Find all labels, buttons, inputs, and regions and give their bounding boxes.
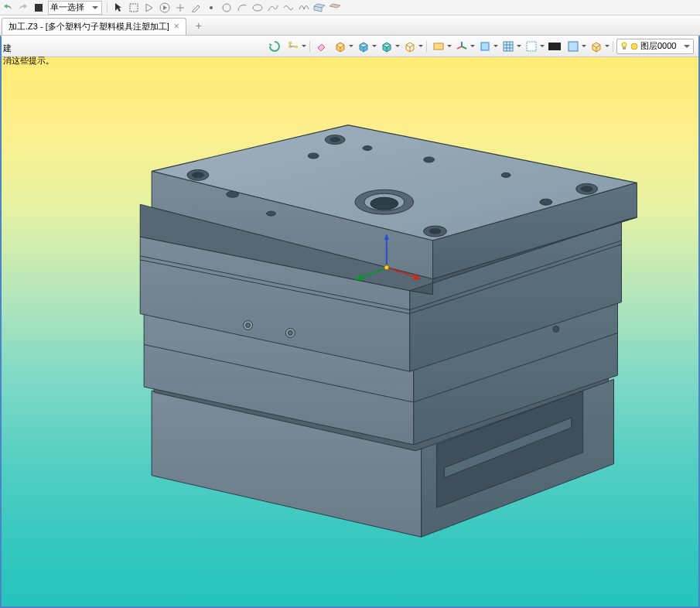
tab-bar: 加工.Z3 - [多个塑料勺子塑料模具注塑加工] × + — [0, 15, 700, 36]
surface-icon[interactable] — [313, 2, 326, 14]
add-tab-button[interactable]: + — [193, 19, 205, 32]
svg-point-39 — [501, 172, 510, 177]
square-select-icon[interactable] — [128, 2, 140, 14]
redo-icon[interactable] — [17, 2, 29, 14]
svg-point-19 — [246, 323, 251, 327]
wave-tool-icon[interactable] — [298, 2, 310, 14]
svg-point-3 — [210, 6, 213, 9]
svg-point-37 — [424, 157, 435, 162]
svg-rect-0 — [35, 4, 43, 12]
svg-rect-1 — [130, 4, 138, 12]
surface2-icon[interactable] — [329, 2, 341, 14]
svg-point-34 — [227, 191, 239, 197]
svg-point-36 — [540, 199, 552, 205]
svg-point-41 — [384, 265, 389, 270]
document-tab[interactable]: 加工.Z3 - [多个塑料勺子塑料模具注塑加工] × — [2, 18, 186, 35]
svg-point-31 — [581, 186, 593, 192]
svg-point-35 — [308, 153, 319, 159]
viewport-3d[interactable]: 图层0000 — [0, 36, 700, 608]
stop-icon[interactable] — [32, 2, 45, 14]
arc-tool-icon[interactable] — [236, 2, 248, 14]
separator — [107, 2, 108, 13]
play-circle-icon[interactable] — [159, 2, 171, 14]
svg-point-33 — [429, 228, 442, 234]
ellipse-tool-icon[interactable] — [251, 2, 264, 14]
play-arrow-icon[interactable] — [143, 2, 155, 14]
svg-point-21 — [288, 330, 292, 335]
circle-tool-icon[interactable] — [220, 2, 233, 14]
model-3d — [2, 36, 698, 606]
pointer-icon[interactable] — [112, 2, 125, 14]
hint-line-2: 消这些提示。 — [3, 54, 54, 67]
pencil-icon[interactable] — [190, 2, 202, 14]
svg-point-4 — [223, 4, 230, 12]
svg-point-22 — [553, 326, 559, 332]
cross-icon[interactable] — [174, 2, 186, 14]
svg-point-38 — [363, 146, 372, 151]
tab-title: 加工.Z3 - [多个塑料勺子塑料模具注塑加工] — [9, 21, 169, 32]
svg-point-27 — [192, 172, 204, 178]
point-icon[interactable] — [205, 2, 217, 14]
spline-tool-icon[interactable] — [282, 2, 295, 14]
svg-point-40 — [266, 211, 275, 216]
undo-icon[interactable] — [2, 2, 14, 14]
selection-mode-label: 单一选择 — [50, 2, 84, 13]
hint-area: 建 消这些提示。 — [0, 39, 57, 70]
top-toolbar: 单一选择 — [0, 0, 700, 15]
svg-point-25 — [370, 197, 398, 210]
hint-line-1: 建 — [3, 42, 54, 54]
svg-point-29 — [330, 137, 340, 142]
close-icon[interactable]: × — [174, 22, 179, 31]
curve-tool-icon[interactable] — [267, 2, 279, 14]
selection-mode-select[interactable]: 单一选择 — [48, 1, 102, 15]
svg-point-5 — [253, 5, 262, 11]
